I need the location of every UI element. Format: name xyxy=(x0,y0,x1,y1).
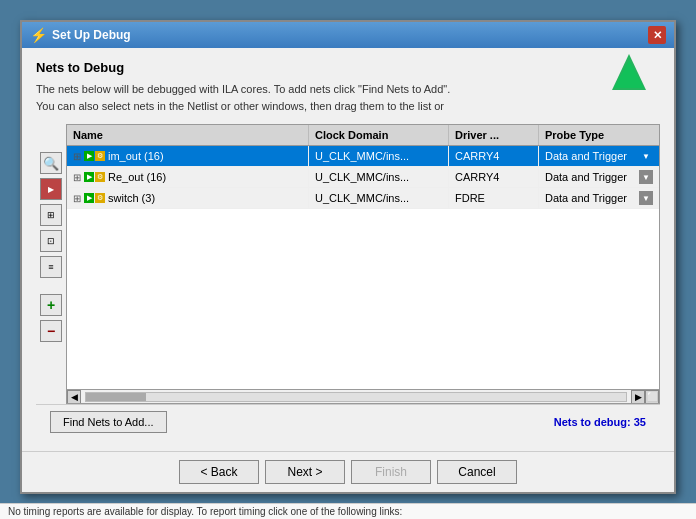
add-net-btn[interactable]: + xyxy=(40,294,62,316)
toolbar-btn-3[interactable]: ⊡ xyxy=(40,230,62,252)
row2-dropdown[interactable]: ▼ xyxy=(639,170,653,184)
expand-icon[interactable]: ⊞ xyxy=(73,151,81,162)
row1-probe-text: Data and Trigger xyxy=(545,150,627,162)
toolbar-btn-1[interactable]: ▶ xyxy=(40,178,62,200)
net-icon-yellow: ⚙ xyxy=(95,193,105,203)
status-bar: No timing reports are available for disp… xyxy=(0,503,696,519)
nets-count: Nets to debug: 35 xyxy=(554,416,646,428)
table-row[interactable]: ⊞ ▶ ⚙ switch (3) U_CLK_MMC/ins... FDRE D… xyxy=(67,188,659,209)
row2-probe-text: Data and Trigger xyxy=(545,171,627,183)
row3-driver: FDRE xyxy=(449,188,539,208)
nets-table: Name Clock Domain Driver ... Probe Type … xyxy=(66,124,660,404)
section-title: Nets to Debug xyxy=(36,60,660,75)
close-button[interactable]: ✕ xyxy=(648,26,666,44)
nav-buttons: < Back Next > Finish Cancel xyxy=(22,451,674,492)
net-icon-green: ▶ xyxy=(84,172,94,182)
row3-probe: Data and Trigger ▼ xyxy=(539,188,659,208)
row3-name-text: switch (3) xyxy=(108,192,155,204)
net-icon-yellow: ⚙ xyxy=(95,151,105,161)
scrollbar-track[interactable] xyxy=(85,392,627,402)
desc-line1: The nets below will be debugged with ILA… xyxy=(36,83,450,95)
desc-line2: You can also select nets in the Netlist … xyxy=(36,100,444,112)
svg-marker-1 xyxy=(614,60,644,88)
col-probe-type: Probe Type xyxy=(539,125,659,145)
dialog-body: Nets to Debug The nets below will be deb… xyxy=(22,48,674,451)
cancel-button[interactable]: Cancel xyxy=(437,460,517,484)
scrollbar-thumb[interactable] xyxy=(86,393,146,401)
row1-dropdown[interactable]: ▼ xyxy=(639,149,653,163)
row1-name: ⊞ ▶ ⚙ im_out (16) xyxy=(67,146,309,166)
back-button[interactable]: < Back xyxy=(179,460,259,484)
table-row[interactable]: ⊞ ▶ ⚙ Re_out (16) U_CLK_MMC/ins... CARRY… xyxy=(67,167,659,188)
bottom-bar: Find Nets to Add... Nets to debug: 35 xyxy=(36,404,660,439)
search-toolbar-btn[interactable]: 🔍 xyxy=(40,152,62,174)
net-icons: ▶ ⚙ xyxy=(84,172,105,182)
find-nets-button[interactable]: Find Nets to Add... xyxy=(50,411,167,433)
next-button[interactable]: Next > xyxy=(265,460,345,484)
nets-count-value: 35 xyxy=(634,416,646,428)
table-header: Name Clock Domain Driver ... Probe Type xyxy=(67,125,659,146)
net-icon-green: ▶ xyxy=(84,151,94,161)
row1-name-text: im_out (16) xyxy=(108,150,164,162)
row3-dropdown[interactable]: ▼ xyxy=(639,191,653,205)
expand-icon[interactable]: ⊞ xyxy=(73,193,81,204)
description: The nets below will be debugged with ILA… xyxy=(36,81,660,114)
title-bar: ⚡ Set Up Debug ✕ xyxy=(22,22,674,48)
col-clock-domain: Clock Domain xyxy=(309,125,449,145)
setup-debug-dialog: ⚡ Set Up Debug ✕ Nets to Debug The nets … xyxy=(20,20,676,494)
row2-name-text: Re_out (16) xyxy=(108,171,166,183)
dialog-title: Set Up Debug xyxy=(52,28,131,42)
col-name: Name xyxy=(67,125,309,145)
row2-clock: U_CLK_MMC/ins... xyxy=(309,167,449,187)
table-empty-area xyxy=(67,209,659,389)
row3-name: ⊞ ▶ ⚙ switch (3) xyxy=(67,188,309,208)
xilinx-logo xyxy=(608,52,650,94)
row3-probe-text: Data and Trigger xyxy=(545,192,627,204)
row2-driver: CARRY4 xyxy=(449,167,539,187)
title-bar-left: ⚡ Set Up Debug xyxy=(30,27,131,43)
nets-count-label: Nets to debug: xyxy=(554,416,631,428)
scroll-end-btn[interactable]: ⬜ xyxy=(645,390,659,404)
scroll-right-btn[interactable]: ▶ xyxy=(631,390,645,404)
row2-name: ⊞ ▶ ⚙ Re_out (16) xyxy=(67,167,309,187)
expand-icon[interactable]: ⊞ xyxy=(73,172,81,183)
row2-probe: Data and Trigger ▼ xyxy=(539,167,659,187)
col-driver: Driver ... xyxy=(449,125,539,145)
net-icons: ▶ ⚙ xyxy=(84,151,105,161)
row1-probe: Data and Trigger ▼ xyxy=(539,146,659,166)
horizontal-scrollbar[interactable]: ◀ ▶ ⬜ xyxy=(67,389,659,403)
finish-button[interactable]: Finish xyxy=(351,460,431,484)
toolbar-and-table: 🔍 ▶ ⊞ ⊡ ≡ + − Name Clock Domain Driver .… xyxy=(36,124,660,404)
remove-net-btn[interactable]: − xyxy=(40,320,62,342)
toolbar-btn-4[interactable]: ≡ xyxy=(40,256,62,278)
row3-clock: U_CLK_MMC/ins... xyxy=(309,188,449,208)
net-icons: ▶ ⚙ xyxy=(84,193,105,203)
scroll-left-btn[interactable]: ◀ xyxy=(67,390,81,404)
table-row[interactable]: ⊞ ▶ ⚙ im_out (16) U_CLK_MMC/ins... CARRY… xyxy=(67,146,659,167)
left-toolbar: 🔍 ▶ ⊞ ⊡ ≡ + − xyxy=(36,124,66,404)
row1-clock: U_CLK_MMC/ins... xyxy=(309,146,449,166)
status-text: No timing reports are available for disp… xyxy=(8,506,402,517)
net-icon-yellow: ⚙ xyxy=(95,172,105,182)
net-icon-green: ▶ xyxy=(84,193,94,203)
toolbar-btn-2[interactable]: ⊞ xyxy=(40,204,62,226)
logo-area xyxy=(608,52,650,97)
dialog-icon: ⚡ xyxy=(30,27,46,43)
row1-driver: CARRY4 xyxy=(449,146,539,166)
